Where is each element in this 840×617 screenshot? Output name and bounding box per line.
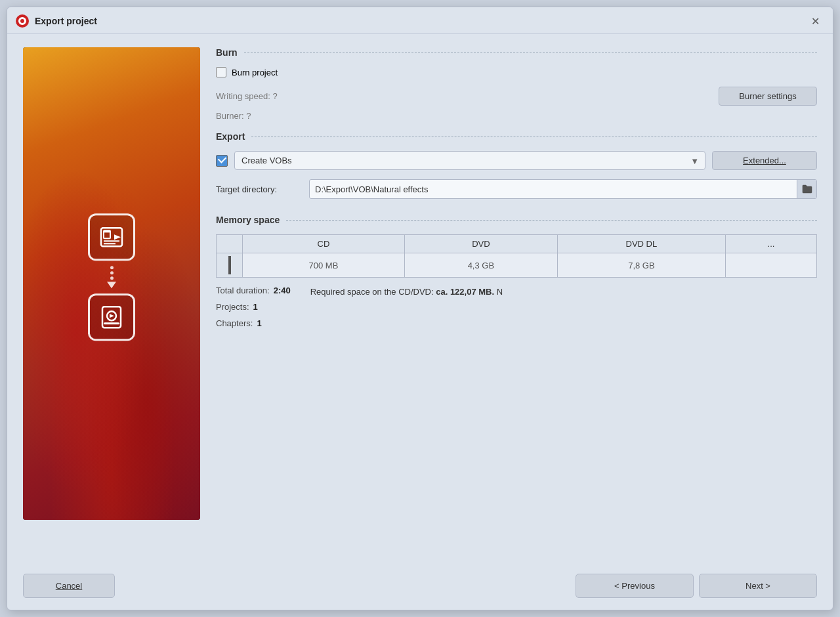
target-input-wrapper (309, 179, 817, 199)
export-section-line (251, 137, 817, 137)
dialog-footer: Cancel < Previous Next > (7, 566, 833, 610)
export-option-row: Create VOBs Create ISO Create Folder ▼ E… (216, 151, 817, 170)
close-button[interactable]: ✕ (808, 14, 822, 28)
memory-indicator-cell (217, 253, 243, 278)
chapters-row: Chapters: 1 (216, 318, 291, 328)
preview-panel (23, 47, 200, 520)
source-icon-box (88, 213, 135, 261)
memory-size-dvd: 4,3 GB (404, 253, 557, 278)
arrow-dots (107, 266, 116, 288)
stats-area: Total duration: 2:40 Projects: 1 Chapter… (216, 286, 817, 328)
memory-section-title: Memory space (216, 215, 286, 225)
memory-size-dvd-dl: 7,8 GB (557, 253, 725, 278)
dialog-title: Export project (35, 16, 808, 26)
memory-indicator-bar (228, 256, 231, 274)
memory-col-dvd-dl: DVD DL (557, 235, 725, 253)
burn-project-row: Burn project (216, 67, 817, 77)
memory-col-more: ... (725, 235, 816, 253)
burn-section: Burn Burn project Writing speed: ? Burne… (216, 47, 817, 126)
burn-section-line (244, 53, 817, 53)
memory-section: Memory space CD DVD DVD DL ... (216, 215, 817, 328)
stats-left: Total duration: 2:40 Projects: 1 Chapter… (216, 286, 291, 328)
svg-point-2 (20, 19, 24, 23)
export-checkbox[interactable] (216, 155, 228, 167)
memory-section-line (286, 220, 817, 221)
export-select-wrapper: Create VOBs Create ISO Create Folder ▼ (234, 151, 705, 170)
total-duration-value: 2:40 (274, 286, 291, 295)
svg-rect-5 (104, 230, 110, 232)
previous-button[interactable]: < Previous (576, 574, 694, 598)
memory-col-cd: CD (243, 235, 405, 253)
svg-rect-8 (102, 307, 121, 328)
memory-table: CD DVD DVD DL ... 700 MB 4,3 GB (216, 234, 817, 278)
export-format-select[interactable]: Create VOBs Create ISO Create Folder (234, 151, 705, 170)
next-button[interactable]: Next > (699, 574, 817, 598)
burn-section-title: Burn (216, 47, 244, 58)
export-icon-box (88, 293, 135, 341)
writing-speed-row: Writing speed: ? Burner settings (216, 87, 817, 106)
writing-speed-label: Writing speed: ? (216, 91, 301, 101)
memory-col-dvd: DVD (404, 235, 557, 253)
app-icon (15, 14, 30, 28)
burner-label: Burner: ? (216, 111, 301, 121)
title-bar: Export project ✕ (7, 7, 833, 34)
dialog-body: Burn Burn project Writing speed: ? Burne… (7, 34, 833, 566)
required-space-suffix: N (497, 287, 503, 297)
target-directory-row: Target directory: (216, 179, 817, 199)
projects-label: Projects: (216, 302, 249, 312)
extended-button[interactable]: Extended... (712, 151, 817, 170)
burn-project-checkbox[interactable] (216, 67, 226, 77)
memory-size-cd: 700 MB (243, 253, 405, 278)
required-space-label: Required space on the CD/DVD: (310, 287, 434, 297)
burn-project-label: Burn project (232, 68, 278, 77)
memory-size-more (725, 253, 816, 278)
svg-rect-11 (104, 322, 119, 324)
svg-marker-10 (110, 314, 114, 318)
cancel-button[interactable]: Cancel (23, 574, 115, 598)
target-directory-input[interactable] (310, 181, 797, 198)
export-section-header: Export (216, 131, 817, 142)
folder-icon (802, 184, 812, 194)
export-project-dialog: Export project ✕ (7, 7, 833, 610)
preview-icons (88, 213, 135, 341)
total-duration-label: Total duration: (216, 286, 270, 295)
projects-row: Projects: 1 (216, 302, 291, 312)
required-space-text: Required space on the CD/DVD: ca. 122,07… (310, 287, 503, 297)
burner-settings-button[interactable]: Burner settings (719, 87, 817, 106)
chapters-value: 1 (257, 318, 261, 328)
memory-section-header: Memory space (216, 215, 817, 225)
chapters-label: Chapters: (216, 318, 253, 328)
total-duration-row: Total duration: 2:40 (216, 286, 291, 295)
burner-row: Burner: ? (216, 111, 817, 121)
burn-section-header: Burn (216, 47, 817, 58)
export-section-title: Export (216, 131, 251, 142)
stats-right: Required space on the CD/DVD: ca. 122,07… (310, 286, 817, 328)
content-panel: Burn Burn project Writing speed: ? Burne… (216, 47, 817, 558)
preview-image (23, 47, 200, 520)
required-space-value: ca. 122,07 MB. (436, 287, 494, 297)
projects-value: 1 (253, 302, 258, 312)
browse-folder-button[interactable] (797, 180, 816, 198)
memory-indicator-header (217, 235, 243, 253)
export-section: Export Create VOBs Create ISO Create Fol… (216, 131, 817, 209)
target-directory-label: Target directory: (216, 184, 301, 194)
